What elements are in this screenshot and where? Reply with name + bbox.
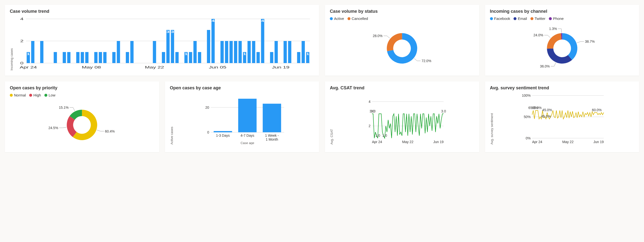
point-label: 45.0% <box>542 108 552 112</box>
y-tick: 20 <box>205 106 209 109</box>
bar <box>162 52 165 63</box>
x-tick: Apr 24 <box>20 65 37 69</box>
bar <box>238 41 242 63</box>
bar <box>207 30 210 63</box>
point-label: 65.0% <box>532 106 542 110</box>
bar <box>130 41 134 63</box>
legend-label: High <box>33 93 41 97</box>
slice-label: 15.1% <box>59 106 69 109</box>
bar <box>297 52 300 63</box>
chart-bar-trend: 02413314141Apr 24May 08May 22Jun 05Jun 1… <box>14 17 314 70</box>
bar <box>252 41 255 63</box>
x-tick: 4-7 Days <box>240 134 254 137</box>
legend-item: Facebook <box>490 17 510 21</box>
x-tick: Jun 19 <box>433 140 444 144</box>
card-title: Case volume by status <box>330 9 474 14</box>
legend-swatch <box>530 17 534 20</box>
callout-line <box>59 127 66 128</box>
donut-slice <box>547 33 561 49</box>
chart-line-csat: 243.03.01.01.03.0Apr 24May 22Jun 19 <box>334 93 474 145</box>
legend-item: Phone <box>549 17 564 21</box>
slice-label: 1.3% <box>549 27 557 31</box>
legend-label: Low <box>48 93 56 97</box>
x-tick: May 22 <box>145 65 164 69</box>
bar <box>261 19 264 63</box>
legend-label: Normal <box>14 93 26 97</box>
bar <box>103 52 106 63</box>
legend-item: Active <box>330 17 344 21</box>
legend: ActiveCancelled <box>330 17 474 21</box>
bar-value-label: 4 <box>261 19 264 23</box>
card-open-by-case-age: Open cases by case age Active cases 0201… <box>165 82 319 152</box>
bar <box>67 52 70 63</box>
legend-label: Phone <box>553 17 564 21</box>
x-tick: Apr 24 <box>372 140 382 144</box>
legend-item: Cancelled <box>348 17 368 21</box>
bar <box>153 41 156 63</box>
y-tick: 2 <box>20 39 24 43</box>
bar <box>94 52 97 63</box>
bar <box>63 52 66 63</box>
slice-label: 28.0% <box>373 34 382 38</box>
y-axis-label: Avg. survey sentiment <box>490 93 494 145</box>
bar <box>230 41 233 63</box>
card-title: Avg. survey sentiment trend <box>490 85 634 91</box>
bar <box>189 52 192 63</box>
y-axis-label: Incoming cases <box>10 17 14 70</box>
bar <box>81 52 84 63</box>
bar <box>76 52 80 63</box>
legend-label: Cancelled <box>352 17 368 21</box>
legend-item: Twitter <box>530 17 546 21</box>
x-tick: Jun 19 <box>593 140 604 144</box>
slice-label: 24.0% <box>534 33 543 37</box>
point-label: 60.0% <box>592 108 602 112</box>
card-title: Incoming cases by channel <box>490 9 634 14</box>
legend-item: Normal <box>10 93 26 97</box>
chart-bar-caseage: 0201-3 Days4-7 Days1 Week -1 MonthCase a… <box>174 93 314 145</box>
callout-line <box>577 42 584 43</box>
bar <box>234 41 237 63</box>
bar-value-label: 4 <box>212 19 214 23</box>
callout-line <box>70 108 75 111</box>
bar <box>198 52 201 63</box>
y-axis-label: Active cases <box>170 93 174 145</box>
legend-label: Facebook <box>494 17 510 21</box>
callout-line <box>558 29 561 33</box>
point-label: 3.0 <box>441 109 446 113</box>
card-title: Open cases by case age <box>170 85 314 91</box>
card-avg-csat-trend: Avg. CSAT trend Avg. CSAT 243.03.01.01.0… <box>325 82 479 152</box>
legend-label: Twitter <box>534 17 546 21</box>
callout-line <box>550 63 556 66</box>
x-tick: May 08 <box>82 65 101 69</box>
bar <box>302 41 305 63</box>
bar-value-label: 1 <box>243 52 246 56</box>
x-tick: 1 Month <box>266 137 278 141</box>
y-tick: 4 <box>20 17 24 21</box>
card-avg-sentiment-trend: Avg. survey sentiment trend Avg. survey … <box>485 82 639 152</box>
card-incoming-by-channel: Incoming cases by channel FacebookEmailT… <box>485 5 639 76</box>
bar <box>126 52 129 63</box>
legend-swatch <box>330 17 333 20</box>
bar <box>275 41 278 63</box>
bar-value-label: 1 <box>27 52 30 56</box>
bar <box>31 41 34 63</box>
slice-label: 72.0% <box>422 59 432 63</box>
bar <box>54 52 57 63</box>
bar <box>220 41 224 63</box>
chart-donut-channel: 38.7%36.0%24.0%1.3% <box>490 23 634 72</box>
callout-line <box>544 35 550 38</box>
card-title: Avg. CSAT trend <box>330 85 474 91</box>
slice-label: 24.5% <box>48 126 58 130</box>
bar <box>284 41 287 63</box>
point-label: 1.0 <box>376 134 380 137</box>
x-tick: May 22 <box>402 140 414 144</box>
y-tick: 50% <box>524 115 530 119</box>
legend-swatch <box>10 94 13 97</box>
y-tick: 4 <box>368 100 370 104</box>
y-axis-label: Avg. CSAT <box>330 93 334 145</box>
callout-line <box>97 130 104 131</box>
bar <box>175 52 178 63</box>
x-tick: May 22 <box>562 140 573 144</box>
legend: NormalHighLow <box>10 93 154 97</box>
bar <box>212 19 214 63</box>
